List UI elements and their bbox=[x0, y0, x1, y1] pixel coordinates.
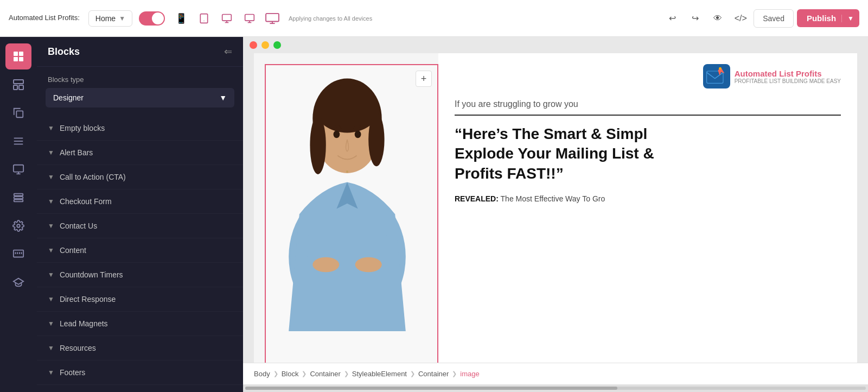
device-icons: 📱 bbox=[171, 9, 282, 28]
breadcrumb-sep-5: ❯ bbox=[452, 370, 457, 377]
menu-item-label: Countdown Timers bbox=[60, 270, 123, 279]
canvas-inner: + bbox=[254, 53, 857, 363]
publish-button-label: Publish bbox=[807, 14, 841, 23]
logo: Automated List Profits PROFITABLE LIST B… bbox=[703, 64, 841, 88]
sidebar-item-monitor[interactable] bbox=[5, 156, 31, 182]
desktop-icon[interactable] bbox=[240, 9, 259, 28]
svg-rect-18 bbox=[16, 111, 23, 117]
saved-button[interactable]: Saved bbox=[754, 9, 794, 28]
canvas-scroll[interactable]: + bbox=[243, 53, 868, 363]
horizontal-scrollbar[interactable] bbox=[243, 384, 868, 392]
mobile-icon[interactable]: 📱 bbox=[171, 9, 191, 28]
chevron-icon: ▼ bbox=[48, 320, 54, 327]
svg-rect-11 bbox=[14, 52, 18, 56]
sidebar-item-lead-magnets[interactable]: ▼ Lead Magnets bbox=[37, 312, 243, 336]
undo-button[interactable]: ↩ bbox=[662, 9, 682, 28]
blocks-type-select[interactable]: Designer ▼ bbox=[46, 88, 234, 108]
menu-item-label: Contact Us bbox=[60, 222, 97, 230]
breadcrumb-body[interactable]: Body bbox=[254, 370, 270, 378]
sidebar-item-resources[interactable]: ▼ Resources bbox=[37, 336, 243, 361]
breadcrumb: Body ❯ Block ❯ Container ❯ StyleableElem… bbox=[243, 363, 868, 384]
sidebar-item-cta[interactable]: ▼ Call to Action (CTA) bbox=[37, 165, 243, 189]
chevron-icon: ▼ bbox=[48, 271, 54, 279]
sidebar-item-content[interactable]: ▼ Content bbox=[37, 238, 243, 263]
code-button[interactable]: </> bbox=[731, 9, 750, 28]
canvas-area: + bbox=[243, 37, 868, 392]
svg-point-43 bbox=[312, 257, 339, 272]
preview-button[interactable]: 👁 bbox=[708, 9, 727, 28]
breadcrumb-container-1[interactable]: Container bbox=[310, 370, 340, 378]
sidebar-item-list[interactable] bbox=[5, 185, 31, 211]
canvas-main-heading: “Here’s The Smart & Simpl Explode Your M… bbox=[455, 124, 841, 184]
svg-rect-22 bbox=[14, 165, 23, 172]
logo-area: Automated List Profits PROFITABLE LIST B… bbox=[455, 64, 841, 88]
sidebar-item-blocks[interactable] bbox=[5, 43, 31, 69]
menu-item-label: Direct Response bbox=[60, 295, 116, 304]
sidebar-item-countdown-timers[interactable]: ▼ Countdown Timers bbox=[37, 263, 243, 287]
logo-text-area: Automated List Profits PROFITABLE LIST B… bbox=[735, 69, 841, 84]
small-desktop-icon[interactable] bbox=[217, 9, 237, 28]
topbar: Automated List Profits: Home ▼ 📱 bbox=[0, 0, 868, 37]
breadcrumb-sep-1: ❯ bbox=[273, 370, 278, 377]
svg-rect-14 bbox=[19, 57, 23, 61]
breadcrumb-block[interactable]: Block bbox=[282, 370, 299, 378]
sidebar-item-settings[interactable] bbox=[5, 213, 31, 239]
sidebar-item-contact-us[interactable]: ▼ Contact Us bbox=[37, 214, 243, 238]
svg-point-45 bbox=[346, 170, 348, 173]
sidebar-item-empty-blocks[interactable]: ▼ Empty blocks bbox=[37, 116, 243, 141]
breadcrumb-sep-3: ❯ bbox=[344, 370, 349, 377]
menu-item-label: Content bbox=[60, 246, 86, 255]
chevron-icon: ▼ bbox=[48, 173, 54, 181]
sidebar-item-alert-bars[interactable]: ▼ Alert Bars bbox=[37, 141, 243, 165]
svg-rect-13 bbox=[14, 57, 18, 61]
breadcrumb-styleable[interactable]: StyleableElement bbox=[352, 370, 407, 378]
breadcrumb-sep-2: ❯ bbox=[302, 370, 307, 377]
win-maximize-dot bbox=[273, 41, 281, 49]
canvas-image-container[interactable]: + bbox=[265, 64, 438, 363]
breadcrumb-container-2[interactable]: Container bbox=[418, 370, 449, 378]
chevron-icon: ▼ bbox=[48, 198, 54, 205]
svg-rect-46 bbox=[706, 71, 723, 83]
tablet-icon[interactable] bbox=[194, 9, 214, 28]
large-monitor-icon[interactable] bbox=[263, 9, 282, 28]
sidebar-item-copy[interactable] bbox=[5, 100, 31, 126]
svg-rect-25 bbox=[14, 194, 23, 196]
home-select[interactable]: Home ▼ bbox=[88, 10, 132, 27]
svg-rect-15 bbox=[14, 80, 23, 84]
sidebar-item-layout[interactable] bbox=[5, 72, 31, 98]
logo-title: Automated List Profits bbox=[735, 69, 841, 78]
window-controls bbox=[250, 41, 281, 49]
panel-title: Blocks bbox=[48, 46, 80, 58]
publish-button[interactable]: Publish ▼ bbox=[797, 9, 859, 27]
topbar-label: Automated List Profits: bbox=[9, 14, 80, 23]
svg-point-42 bbox=[355, 131, 361, 138]
main-layout: Blocks ⇐ Blocks type Designer ▼ ▼ Empty … bbox=[0, 37, 868, 392]
toggle-wrap bbox=[139, 11, 165, 26]
sidebar-item-checkout-form[interactable]: ▼ Checkout Form bbox=[37, 189, 243, 214]
chevron-icon: ▼ bbox=[48, 344, 54, 352]
svg-rect-2 bbox=[222, 14, 232, 21]
svg-point-39 bbox=[368, 113, 384, 166]
sidebar-item-flag[interactable] bbox=[5, 241, 31, 267]
redo-button[interactable]: ↪ bbox=[685, 9, 705, 28]
sidebar-item-education[interactable] bbox=[5, 269, 31, 295]
sidebar-item-direct-response[interactable]: ▼ Direct Response bbox=[37, 287, 243, 312]
canvas-divider bbox=[455, 115, 841, 116]
scrollbar-thumb bbox=[245, 387, 617, 390]
logo-subtitle: PROFITABLE LIST BUILDING MADE EASY bbox=[735, 78, 841, 84]
svg-point-47 bbox=[719, 67, 722, 69]
chevron-icon: ▼ bbox=[48, 124, 54, 132]
sidebar-item-lines[interactable] bbox=[5, 128, 31, 154]
svg-rect-26 bbox=[14, 197, 23, 199]
panel-close-icon[interactable]: ⇐ bbox=[224, 46, 232, 58]
svg-rect-8 bbox=[266, 13, 279, 21]
topbar-actions: ↩ ↪ 👁 </> Saved Publish ▼ bbox=[662, 9, 859, 28]
chevron-icon: ▼ bbox=[48, 295, 54, 303]
add-element-button[interactable]: + bbox=[416, 71, 432, 87]
svg-rect-27 bbox=[14, 200, 23, 202]
toggle[interactable] bbox=[139, 11, 165, 26]
sidebar-item-footers[interactable]: ▼ Footers bbox=[37, 361, 243, 385]
breadcrumb-image[interactable]: image bbox=[460, 370, 479, 378]
scrollbar-track bbox=[245, 387, 866, 390]
svg-rect-16 bbox=[14, 85, 17, 90]
